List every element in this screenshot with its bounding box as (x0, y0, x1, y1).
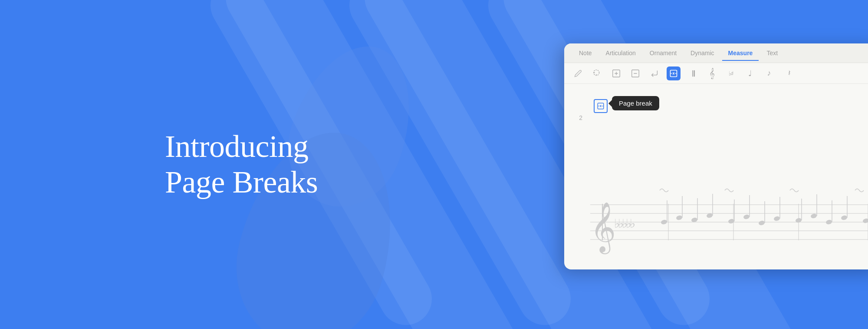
pencil-icon[interactable] (571, 66, 585, 80)
svg-point-25 (694, 218, 696, 219)
staff-area: 𝄞 ♭♭♭♭♭ (590, 174, 868, 261)
return-icon[interactable] (648, 66, 661, 80)
panel-toolbar: Note Articulation Ornament Dynamic Measu… (564, 43, 868, 63)
page-break-score-icon[interactable] (594, 99, 608, 113)
time-sig-icon-2[interactable]: ♪ (762, 66, 776, 80)
select-back-icon[interactable] (590, 66, 604, 80)
svg-point-52 (844, 216, 845, 217)
svg-point-34 (746, 215, 748, 216)
notes-svg (655, 192, 868, 244)
svg-point-53 (862, 218, 868, 223)
time-sig-icon-3[interactable]: 𝄽 (781, 66, 795, 80)
score-area: 2 Page break (564, 84, 868, 269)
svg-point-40 (776, 216, 778, 218)
treble-clef-symbol: 𝄞 (590, 205, 616, 248)
toolbar-icons-row: 𝄞 ♭♯ ♩ ♪ 𝄽 (564, 63, 868, 84)
hero-line2: Page Breaks (165, 165, 318, 201)
hero-title: Introducing Page Breaks (165, 129, 318, 201)
measure-numbers: 2 (564, 84, 586, 269)
page-break-tooltip: Page break (612, 96, 659, 110)
tab-text[interactable]: Text (760, 46, 784, 61)
time-sig-icon-1[interactable]: ♩ (743, 66, 757, 80)
svg-point-22 (679, 216, 681, 217)
svg-point-31 (731, 219, 733, 221)
remove-measure-icon[interactable] (628, 66, 642, 80)
svg-point-55 (865, 219, 867, 220)
hero-text-section: Introducing Page Breaks (165, 129, 318, 201)
clef-icon[interactable]: 𝄞 (705, 66, 719, 80)
tab-measure[interactable]: Measure (722, 46, 759, 61)
hero-background: Introducing Page Breaks Note Articulatio… (0, 0, 868, 329)
hero-line1: Introducing (165, 129, 318, 165)
add-measure-icon[interactable] (609, 66, 623, 80)
svg-point-46 (813, 214, 815, 216)
tab-note[interactable]: Note (573, 46, 598, 61)
score-content: Page break 𝄞 ♭♭♭♭♭ (586, 84, 868, 269)
tab-ornament[interactable]: Ornament (644, 46, 683, 61)
svg-point-43 (798, 218, 800, 220)
svg-point-37 (761, 221, 763, 223)
music-panel: Note Articulation Ornament Dynamic Measu… (564, 43, 868, 269)
toolbar-tabs: Note Articulation Ornament Dynamic Measu… (564, 43, 868, 63)
key-signature-icon[interactable]: ♭♯ (724, 66, 738, 80)
svg-point-28 (709, 213, 711, 215)
tooltip-text: Page break (619, 100, 652, 107)
tab-articulation[interactable]: Articulation (600, 46, 642, 61)
page-break-toolbar-icon[interactable] (667, 66, 681, 80)
svg-point-49 (829, 220, 830, 222)
barline-icon[interactable] (686, 66, 700, 80)
measure-number-2: 2 (579, 114, 582, 121)
svg-point-19 (664, 220, 665, 222)
tab-dynamic[interactable]: Dynamic (684, 46, 720, 61)
